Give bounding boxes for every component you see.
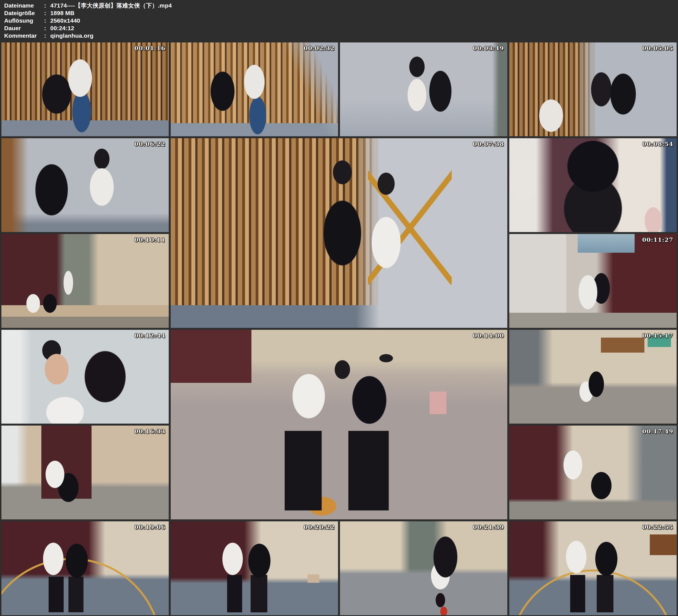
video-thumbnail-18: 00:22:55 [509, 521, 677, 615]
meta-separator: : [44, 9, 50, 17]
video-thumbnail-4: 00:05:05 [509, 42, 677, 136]
timestamp-overlay: 00:06:22 [135, 141, 165, 147]
video-thumbnail-9: 00:11:27 [509, 234, 677, 328]
timestamp-overlay: 00:03:49 [473, 45, 504, 52]
filesize-value: 1898 MB [50, 10, 75, 16]
meta-row-dateiname: Dateiname:47174----【李大侠原创】落难女侠（下）.mp4 [4, 2, 678, 9]
thumbnail-grid: 00:01:16 00:02:32 00:03:49 00:05:05 00:0… [0, 42, 678, 616]
video-thumbnail-3: 00:03:49 [340, 42, 507, 136]
meta-separator: : [44, 2, 50, 9]
duration-value: 00:24:12 [50, 25, 74, 31]
meta-label: Dateigröße [4, 9, 44, 17]
meta-separator: : [44, 32, 50, 39]
meta-row-dauer: Dauer:00:24:12 [4, 24, 678, 32]
timestamp-overlay: 00:19:06 [135, 524, 165, 531]
timestamp-overlay: 00:17:49 [642, 428, 673, 435]
meta-row-dateigroesse: Dateigröße:1898 MB [4, 9, 678, 17]
meta-separator: : [44, 17, 50, 24]
meta-label: Kommentar [4, 32, 44, 39]
meta-label: Dateiname [4, 2, 44, 9]
video-thumbnail-11-large: 00:14:00 [171, 330, 507, 519]
meta-label: Dauer [4, 24, 44, 32]
timestamp-overlay: 00:12:44 [135, 332, 165, 339]
video-thumbnail-7: 00:08:54 [509, 138, 677, 232]
timestamp-overlay: 00:08:54 [642, 141, 673, 147]
timestamp-overlay: 00:14:00 [473, 332, 504, 339]
meta-label: Auflösung [4, 17, 44, 24]
timestamp-overlay: 00:01:16 [135, 45, 165, 52]
meta-separator: : [44, 24, 50, 32]
contact-sheet: Dateiname:47174----【李大侠原创】落难女侠（下）.mp4 Da… [0, 0, 678, 616]
timestamp-overlay: 00:20:22 [304, 524, 335, 531]
filename-value: 47174----【李大侠原创】落难女侠（下）.mp4 [50, 2, 172, 9]
video-thumbnail-15: 00:19:06 [1, 521, 169, 615]
timestamp-overlay: 00:21:39 [473, 524, 504, 531]
resolution-value: 2560x1440 [50, 17, 80, 24]
video-thumbnail-8: 00:10:11 [1, 234, 169, 328]
timestamp-overlay: 00:07:38 [473, 141, 504, 147]
video-thumbnail-10: 00:12:44 [1, 330, 169, 424]
timestamp-overlay: 00:11:27 [642, 236, 673, 243]
meta-row-aufloesung: Auflösung:2560x1440 [4, 17, 678, 24]
video-thumbnail-12: 00:15:17 [509, 330, 677, 424]
video-thumbnail-17: 00:21:39 [340, 521, 507, 615]
timestamp-overlay: 00:10:11 [135, 236, 165, 243]
video-thumbnail-16: 00:20:22 [171, 521, 338, 615]
timestamp-overlay: 00:16:33 [135, 428, 165, 435]
video-thumbnail-1: 00:01:16 [1, 42, 169, 136]
video-thumbnail-2: 00:02:32 [171, 42, 338, 136]
video-thumbnail-6-large: 00:07:38 [171, 138, 507, 328]
meta-row-kommentar: Kommentar:qinglanhua.org [4, 32, 678, 39]
video-thumbnail-13: 00:16:33 [1, 426, 169, 519]
timestamp-overlay: 00:02:32 [304, 45, 335, 52]
video-thumbnail-5: 00:06:22 [1, 138, 169, 232]
comment-value: qinglanhua.org [50, 32, 93, 39]
timestamp-overlay: 00:05:05 [642, 45, 673, 52]
timestamp-overlay: 00:15:17 [642, 332, 673, 339]
timestamp-overlay: 00:22:55 [642, 524, 673, 531]
video-thumbnail-14: 00:17:49 [509, 426, 677, 519]
file-info-header: Dateiname:47174----【李大侠原创】落难女侠（下）.mp4 Da… [0, 0, 678, 42]
